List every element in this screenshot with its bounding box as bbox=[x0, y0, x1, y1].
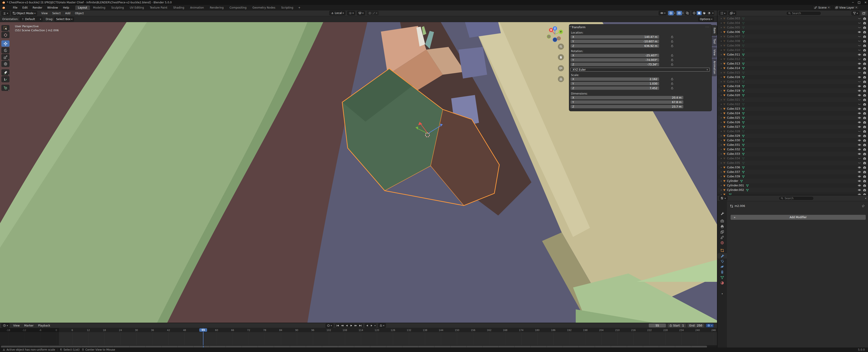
outliner-row[interactable]: ›Cube.003 bbox=[717, 16, 868, 21]
visibility-dropdown[interactable]: ▾ bbox=[659, 11, 667, 15]
outliner-row[interactable]: ›Cube.031 bbox=[717, 143, 868, 147]
object-name[interactable]: Cube.023 bbox=[727, 107, 740, 110]
disable-in-renders-toggle[interactable] bbox=[863, 157, 866, 160]
expand-icon[interactable]: › bbox=[721, 135, 722, 137]
expand-icon[interactable]: › bbox=[721, 31, 722, 33]
new-collection-button[interactable] bbox=[861, 11, 867, 15]
hide-in-viewport-toggle[interactable] bbox=[858, 148, 861, 151]
workspace-tab-rendering[interactable]: Rendering bbox=[207, 5, 226, 10]
properties-tab-material[interactable] bbox=[717, 280, 727, 286]
outliner-row[interactable]: ›Cube.039 bbox=[717, 174, 868, 179]
outliner-row[interactable]: ›Cube.010 bbox=[717, 48, 868, 52]
close-button[interactable]: ✕ bbox=[864, 0, 867, 5]
properties-tab-render[interactable] bbox=[717, 218, 727, 224]
hide-in-viewport-toggle[interactable] bbox=[858, 121, 861, 124]
hide-in-viewport-toggle[interactable] bbox=[858, 143, 861, 146]
sidebar-tab-animation[interactable]: Animation bbox=[712, 59, 717, 76]
outliner-row[interactable]: ›Cylinder bbox=[717, 179, 868, 183]
disable-in-renders-toggle[interactable] bbox=[863, 58, 866, 61]
outliner-row[interactable]: ›Cube.026 bbox=[717, 120, 868, 125]
hide-in-viewport-toggle[interactable] bbox=[858, 188, 861, 191]
overlays-dropdown[interactable]: ▾ bbox=[682, 12, 684, 14]
hide-in-viewport-toggle[interactable] bbox=[858, 67, 861, 70]
object-name[interactable]: Cylinder.002 bbox=[727, 188, 744, 191]
outliner-row[interactable]: ›Cube.035 bbox=[717, 161, 868, 165]
disable-in-renders-toggle[interactable] bbox=[863, 26, 866, 29]
workspace-tab-uv-editing[interactable]: UV Editing bbox=[127, 5, 147, 10]
disable-in-renders-toggle[interactable] bbox=[863, 135, 866, 137]
disable-in-renders-toggle[interactable] bbox=[863, 116, 866, 119]
shading-solid-button[interactable] bbox=[697, 11, 702, 15]
frame-next-button[interactable] bbox=[369, 324, 374, 327]
object-name[interactable]: Cube.032 bbox=[727, 148, 740, 151]
panel-drag-handle[interactable]: :::: bbox=[706, 26, 709, 28]
transform-orientation-selector[interactable]: Local ▾ bbox=[329, 11, 345, 15]
object-name[interactable]: Cube.027 bbox=[727, 125, 740, 129]
zoom-button[interactable] bbox=[558, 43, 564, 50]
disable-in-renders-toggle[interactable] bbox=[863, 121, 866, 124]
outliner-row[interactable]: ›Cube.020 bbox=[717, 93, 868, 98]
object-name[interactable]: Cube.011 bbox=[727, 53, 740, 56]
outliner-row[interactable]: ›Cube.027 bbox=[717, 125, 868, 129]
hide-in-viewport-toggle[interactable] bbox=[858, 107, 861, 110]
xray-toggle[interactable] bbox=[685, 11, 690, 15]
lock-icon[interactable] bbox=[671, 59, 673, 61]
value-field[interactable]: Y-74.003° bbox=[570, 58, 659, 62]
outliner-search-input[interactable] bbox=[792, 12, 819, 15]
object-name[interactable]: Cube.020 bbox=[727, 94, 740, 97]
disable-in-renders-toggle[interactable] bbox=[863, 171, 866, 174]
outliner-row[interactable]: ›Cube.034 bbox=[717, 156, 868, 161]
disable-in-renders-toggle[interactable] bbox=[863, 175, 866, 178]
shading-material-button[interactable] bbox=[702, 11, 707, 15]
hide-in-viewport-toggle[interactable] bbox=[858, 161, 861, 165]
disable-in-renders-toggle[interactable] bbox=[863, 193, 866, 195]
object-name[interactable]: Cube.008 bbox=[727, 39, 740, 43]
disable-in-renders-toggle[interactable] bbox=[863, 76, 866, 79]
view-layer-unlink-icon[interactable]: ✕ bbox=[855, 6, 857, 9]
hide-in-viewport-toggle[interactable] bbox=[858, 58, 861, 61]
expand-icon[interactable]: › bbox=[721, 94, 722, 96]
disable-in-renders-toggle[interactable] bbox=[863, 162, 866, 165]
object-name[interactable]: Cube.024 bbox=[727, 112, 740, 115]
disable-in-renders-toggle[interactable] bbox=[863, 130, 866, 133]
hide-in-viewport-toggle[interactable] bbox=[858, 170, 861, 174]
outliner-row[interactable]: ›Cube.030 bbox=[717, 138, 868, 143]
hide-in-viewport-toggle[interactable] bbox=[858, 31, 861, 34]
active-object-name[interactable]: m2.006 bbox=[735, 204, 745, 208]
hide-in-viewport-toggle[interactable] bbox=[858, 139, 861, 142]
timeline-menu-playback[interactable]: Playback bbox=[36, 324, 53, 328]
expand-icon[interactable]: › bbox=[721, 58, 722, 60]
expand-icon[interactable]: › bbox=[721, 40, 722, 42]
value-field[interactable]: Y67.8 m bbox=[570, 100, 683, 104]
pan-button[interactable] bbox=[558, 54, 564, 60]
expand-icon[interactable]: › bbox=[721, 99, 722, 101]
disable-in-renders-toggle[interactable] bbox=[863, 184, 866, 187]
object-name[interactable]: Cube.015 bbox=[727, 71, 740, 74]
object-name[interactable]: Cube.010 bbox=[727, 48, 740, 52]
disable-in-renders-toggle[interactable] bbox=[863, 35, 866, 38]
object-name[interactable]: Cube.036 bbox=[727, 166, 740, 169]
proportional-editing-control[interactable]: ▾ bbox=[367, 11, 379, 15]
disable-in-renders-toggle[interactable] bbox=[863, 44, 866, 47]
panel-title[interactable]: Transform bbox=[571, 26, 585, 29]
show-overlays-toggle[interactable] bbox=[677, 11, 682, 15]
orientation-dropdown[interactable]: Default ▾ bbox=[20, 17, 42, 22]
object-name[interactable]: Cube.009 bbox=[727, 44, 740, 47]
object-name[interactable]: Cube.031 bbox=[727, 143, 740, 146]
expand-icon[interactable]: › bbox=[721, 153, 722, 155]
frame-start-field[interactable]: Start 1 bbox=[668, 324, 686, 327]
panel-collapse-icon[interactable]: ▾ bbox=[569, 26, 571, 28]
value-field[interactable]: Y-10.607 m bbox=[570, 40, 659, 43]
pin-icon[interactable] bbox=[862, 204, 865, 208]
outliner-display-mode[interactable]: ▾ bbox=[719, 11, 727, 15]
tool-measure[interactable] bbox=[1, 76, 9, 82]
outliner-row[interactable]: › bbox=[717, 192, 868, 195]
disable-in-renders-toggle[interactable] bbox=[863, 80, 866, 83]
add-modifier-button[interactable]: ＋ Add Modifier bbox=[731, 215, 866, 220]
workspace-tab-modeling[interactable]: Modeling bbox=[90, 5, 108, 10]
hide-in-viewport-toggle[interactable] bbox=[858, 17, 861, 20]
sidebar-tab-item[interactable]: Item bbox=[712, 25, 717, 36]
rotation-mode-dropdown[interactable]: XYZ Euler▾ bbox=[570, 68, 710, 72]
perspective-toggle-button[interactable] bbox=[558, 76, 564, 82]
expand-icon[interactable]: › bbox=[721, 103, 722, 105]
